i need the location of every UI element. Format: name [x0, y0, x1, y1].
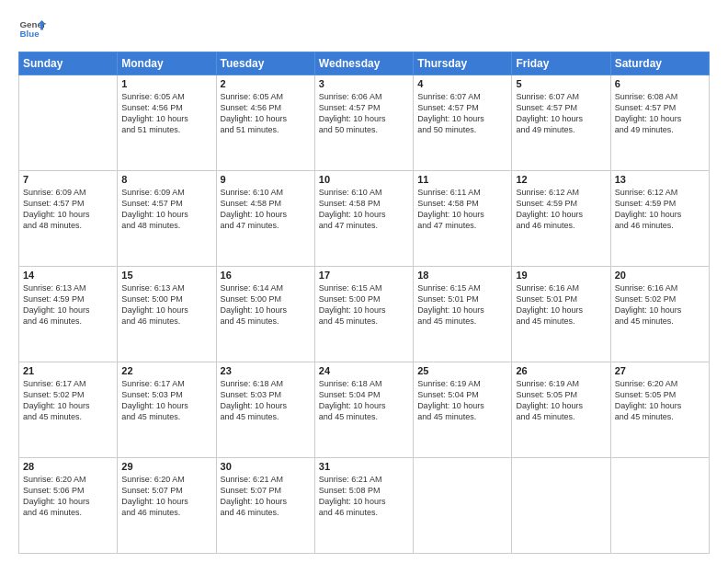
day-cell: 18Sunrise: 6:15 AMSunset: 5:01 PMDayligh…	[414, 267, 512, 362]
weekday-header-tuesday: Tuesday	[216, 52, 314, 75]
day-number: 24	[319, 365, 409, 376]
day-cell: 31Sunrise: 6:21 AMSunset: 5:08 PMDayligh…	[314, 458, 413, 554]
day-cell: 8Sunrise: 6:09 AMSunset: 4:57 PMDaylight…	[118, 171, 216, 267]
day-number: 19	[516, 270, 606, 281]
day-info: Sunrise: 6:08 AMSunset: 4:57 PMDaylight:…	[615, 91, 705, 136]
day-cell: 27Sunrise: 6:20 AMSunset: 5:05 PMDayligh…	[610, 362, 709, 458]
weekday-header-saturday: Saturday	[610, 52, 709, 75]
day-number: 10	[319, 174, 409, 185]
week-row-2: 7Sunrise: 6:09 AMSunset: 4:57 PMDaylight…	[19, 171, 710, 267]
day-info: Sunrise: 6:16 AMSunset: 5:01 PMDaylight:…	[516, 282, 606, 327]
day-number: 26	[516, 365, 606, 376]
day-number: 28	[23, 461, 113, 472]
day-info: Sunrise: 6:17 AMSunset: 5:03 PMDaylight:…	[121, 378, 211, 423]
day-number: 5	[516, 78, 606, 89]
day-number: 9	[221, 174, 311, 185]
day-info: Sunrise: 6:13 AMSunset: 4:59 PMDaylight:…	[23, 282, 113, 327]
week-row-3: 14Sunrise: 6:13 AMSunset: 4:59 PMDayligh…	[19, 267, 710, 362]
day-number: 11	[417, 174, 507, 185]
day-info: Sunrise: 6:18 AMSunset: 5:04 PMDaylight:…	[319, 378, 409, 423]
day-info: Sunrise: 6:09 AMSunset: 4:57 PMDaylight:…	[121, 187, 211, 232]
day-cell: 10Sunrise: 6:10 AMSunset: 4:58 PMDayligh…	[314, 171, 413, 267]
day-info: Sunrise: 6:18 AMSunset: 5:03 PMDaylight:…	[221, 378, 311, 423]
day-number: 31	[319, 461, 409, 472]
day-info: Sunrise: 6:20 AMSunset: 5:06 PMDaylight:…	[23, 474, 113, 519]
week-row-4: 21Sunrise: 6:17 AMSunset: 5:02 PMDayligh…	[19, 362, 710, 458]
day-cell: 11Sunrise: 6:11 AMSunset: 4:58 PMDayligh…	[414, 171, 512, 267]
day-number: 30	[221, 461, 311, 472]
weekday-header-wednesday: Wednesday	[314, 52, 413, 75]
day-number: 3	[319, 78, 409, 89]
day-number: 18	[417, 270, 507, 281]
day-cell: 23Sunrise: 6:18 AMSunset: 5:03 PMDayligh…	[216, 362, 314, 458]
day-number: 6	[615, 78, 705, 89]
day-cell: 28Sunrise: 6:20 AMSunset: 5:06 PMDayligh…	[19, 458, 118, 554]
day-cell: 12Sunrise: 6:12 AMSunset: 4:59 PMDayligh…	[512, 171, 610, 267]
day-number: 16	[221, 270, 311, 281]
header: General Blue	[18, 15, 710, 42]
day-cell: 4Sunrise: 6:07 AMSunset: 4:57 PMDaylight…	[414, 75, 512, 171]
day-number: 13	[615, 174, 705, 185]
day-info: Sunrise: 6:15 AMSunset: 5:01 PMDaylight:…	[417, 282, 507, 327]
day-info: Sunrise: 6:13 AMSunset: 5:00 PMDaylight:…	[121, 282, 211, 327]
day-info: Sunrise: 6:05 AMSunset: 4:56 PMDaylight:…	[221, 91, 311, 136]
day-cell	[512, 458, 610, 554]
day-number: 1	[121, 78, 211, 89]
day-info: Sunrise: 6:21 AMSunset: 5:08 PMDaylight:…	[319, 474, 409, 519]
day-number: 14	[23, 270, 113, 281]
day-number: 20	[615, 270, 705, 281]
day-info: Sunrise: 6:05 AMSunset: 4:56 PMDaylight:…	[121, 91, 211, 136]
day-number: 15	[121, 270, 211, 281]
day-cell: 21Sunrise: 6:17 AMSunset: 5:02 PMDayligh…	[19, 362, 118, 458]
day-info: Sunrise: 6:07 AMSunset: 4:57 PMDaylight:…	[516, 91, 606, 136]
day-info: Sunrise: 6:07 AMSunset: 4:57 PMDaylight:…	[417, 91, 507, 136]
day-cell: 29Sunrise: 6:20 AMSunset: 5:07 PMDayligh…	[118, 458, 216, 554]
day-cell: 7Sunrise: 6:09 AMSunset: 4:57 PMDaylight…	[19, 171, 118, 267]
svg-text:Blue: Blue	[20, 29, 40, 39]
day-cell: 5Sunrise: 6:07 AMSunset: 4:57 PMDaylight…	[512, 75, 610, 171]
day-info: Sunrise: 6:15 AMSunset: 5:00 PMDaylight:…	[319, 282, 409, 327]
day-number: 4	[417, 78, 507, 89]
day-number: 22	[121, 365, 211, 376]
day-cell	[610, 458, 709, 554]
day-info: Sunrise: 6:06 AMSunset: 4:57 PMDaylight:…	[319, 91, 409, 136]
week-row-1: 1Sunrise: 6:05 AMSunset: 4:56 PMDaylight…	[19, 75, 710, 171]
day-number: 23	[221, 365, 311, 376]
week-row-5: 28Sunrise: 6:20 AMSunset: 5:06 PMDayligh…	[19, 458, 710, 554]
day-number: 7	[23, 174, 113, 185]
day-cell: 2Sunrise: 6:05 AMSunset: 4:56 PMDaylight…	[216, 75, 314, 171]
day-number: 2	[221, 78, 311, 89]
day-cell: 1Sunrise: 6:05 AMSunset: 4:56 PMDaylight…	[118, 75, 216, 171]
day-cell: 20Sunrise: 6:16 AMSunset: 5:02 PMDayligh…	[610, 267, 709, 362]
day-info: Sunrise: 6:10 AMSunset: 4:58 PMDaylight:…	[319, 187, 409, 232]
day-cell: 24Sunrise: 6:18 AMSunset: 5:04 PMDayligh…	[314, 362, 413, 458]
day-cell: 16Sunrise: 6:14 AMSunset: 5:00 PMDayligh…	[216, 267, 314, 362]
day-cell: 22Sunrise: 6:17 AMSunset: 5:03 PMDayligh…	[118, 362, 216, 458]
day-info: Sunrise: 6:11 AMSunset: 4:58 PMDaylight:…	[417, 187, 507, 232]
day-info: Sunrise: 6:19 AMSunset: 5:05 PMDaylight:…	[516, 378, 606, 423]
weekday-header-thursday: Thursday	[414, 52, 512, 75]
page: General Blue SundayMondayTuesdayWednesda…	[0, 0, 728, 563]
weekday-header-sunday: Sunday	[19, 52, 118, 75]
day-number: 21	[23, 365, 113, 376]
day-info: Sunrise: 6:20 AMSunset: 5:05 PMDaylight:…	[615, 378, 705, 423]
day-info: Sunrise: 6:14 AMSunset: 5:00 PMDaylight:…	[221, 282, 311, 327]
day-cell: 30Sunrise: 6:21 AMSunset: 5:07 PMDayligh…	[216, 458, 314, 554]
day-info: Sunrise: 6:17 AMSunset: 5:02 PMDaylight:…	[23, 378, 113, 423]
day-cell: 6Sunrise: 6:08 AMSunset: 4:57 PMDaylight…	[610, 75, 709, 171]
day-cell: 25Sunrise: 6:19 AMSunset: 5:04 PMDayligh…	[414, 362, 512, 458]
day-cell: 13Sunrise: 6:12 AMSunset: 4:59 PMDayligh…	[610, 171, 709, 267]
day-cell	[414, 458, 512, 554]
weekday-header-friday: Friday	[512, 52, 610, 75]
day-number: 29	[121, 461, 211, 472]
day-cell: 26Sunrise: 6:19 AMSunset: 5:05 PMDayligh…	[512, 362, 610, 458]
day-info: Sunrise: 6:09 AMSunset: 4:57 PMDaylight:…	[23, 187, 113, 232]
day-number: 12	[516, 174, 606, 185]
day-number: 8	[121, 174, 211, 185]
day-info: Sunrise: 6:12 AMSunset: 4:59 PMDaylight:…	[516, 187, 606, 232]
logo: General Blue	[18, 15, 46, 42]
logo-icon: General Blue	[18, 15, 46, 42]
day-info: Sunrise: 6:20 AMSunset: 5:07 PMDaylight:…	[121, 474, 211, 519]
day-cell	[19, 75, 118, 171]
calendar-table: SundayMondayTuesdayWednesdayThursdayFrid…	[18, 52, 710, 554]
